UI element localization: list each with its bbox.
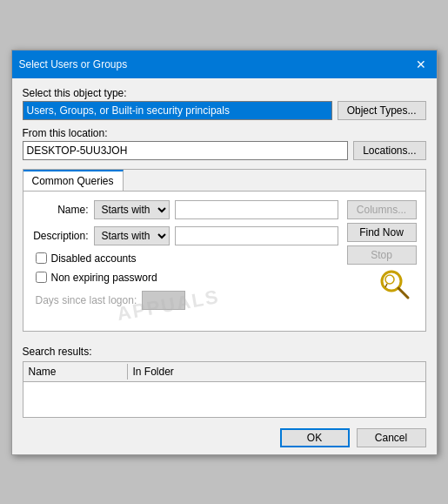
- cancel-button[interactable]: Cancel: [357, 428, 426, 447]
- tab-body-left: Name: Starts with Description: Starts wi…: [32, 200, 338, 310]
- columns-button[interactable]: Columns...: [347, 200, 417, 219]
- days-input[interactable]: [142, 291, 185, 310]
- object-type-field: Select this object type: Object Types...: [23, 87, 426, 120]
- find-now-button[interactable]: Find Now: [347, 223, 417, 242]
- col-folder-header: In Folder: [128, 364, 179, 380]
- results-area: Search results: Name In Folder: [12, 340, 437, 421]
- non-expiring-row: Non expiring password: [32, 272, 338, 284]
- object-type-input[interactable]: [23, 101, 332, 120]
- search-icon: [378, 268, 411, 301]
- dialog-footer: OK Cancel: [12, 421, 437, 454]
- tab-body: Name: Starts with Description: Starts wi…: [23, 192, 425, 331]
- tab-header: Common Queries: [23, 170, 425, 192]
- svg-point-2: [385, 275, 394, 284]
- col-name-header: Name: [23, 364, 128, 380]
- right-buttons: Columns... Find Now Stop: [342, 200, 417, 301]
- results-table: Name In Folder: [23, 361, 426, 418]
- days-label: Days since last logon:: [36, 294, 137, 306]
- description-row: Description: Starts with: [32, 226, 338, 245]
- disabled-accounts-checkbox[interactable]: [36, 252, 47, 264]
- svg-line-1: [398, 288, 408, 298]
- disabled-accounts-row: Disabled accounts: [32, 252, 338, 265]
- name-input[interactable]: [175, 200, 338, 219]
- location-input[interactable]: [23, 141, 349, 160]
- results-header: Name In Folder: [23, 362, 425, 382]
- dialog-body: Select this object type: Object Types...…: [12, 78, 437, 340]
- svg-line-3: [385, 284, 387, 287]
- non-expiring-checkbox[interactable]: [36, 272, 47, 283]
- name-row: Name: Starts with: [32, 200, 338, 219]
- days-row: Days since last logon:: [32, 291, 338, 310]
- location-label: From this location:: [23, 127, 426, 139]
- description-input[interactable]: [175, 226, 338, 245]
- name-label: Name:: [32, 204, 89, 216]
- results-body: [23, 382, 425, 417]
- dialog: Select Users or Groups ✕ Select this obj…: [11, 50, 438, 455]
- close-button[interactable]: ✕: [412, 56, 430, 73]
- search-results-label: Search results:: [23, 346, 426, 358]
- locations-button[interactable]: Locations...: [353, 141, 425, 160]
- stop-button[interactable]: Stop: [347, 245, 417, 265]
- object-type-label: Select this object type:: [23, 87, 426, 99]
- search-icon-area: [347, 268, 417, 301]
- location-field: From this location: Locations...: [23, 127, 426, 160]
- disabled-accounts-label: Disabled accounts: [51, 252, 137, 265]
- tab-area: Common Queries Name: Starts with: [23, 169, 426, 332]
- name-dropdown[interactable]: Starts with: [94, 200, 170, 219]
- description-label: Description:: [32, 230, 89, 242]
- non-expiring-label: Non expiring password: [51, 272, 157, 284]
- dialog-title: Select Users or Groups: [19, 58, 128, 71]
- title-bar: Select Users or Groups ✕: [12, 50, 437, 78]
- description-dropdown[interactable]: Starts with: [94, 226, 170, 245]
- object-types-button[interactable]: Object Types...: [338, 101, 426, 120]
- ok-button[interactable]: OK: [280, 428, 350, 447]
- tab-body-with-buttons: Name: Starts with Description: Starts wi…: [32, 200, 417, 310]
- tab-common-queries[interactable]: Common Queries: [23, 170, 124, 191]
